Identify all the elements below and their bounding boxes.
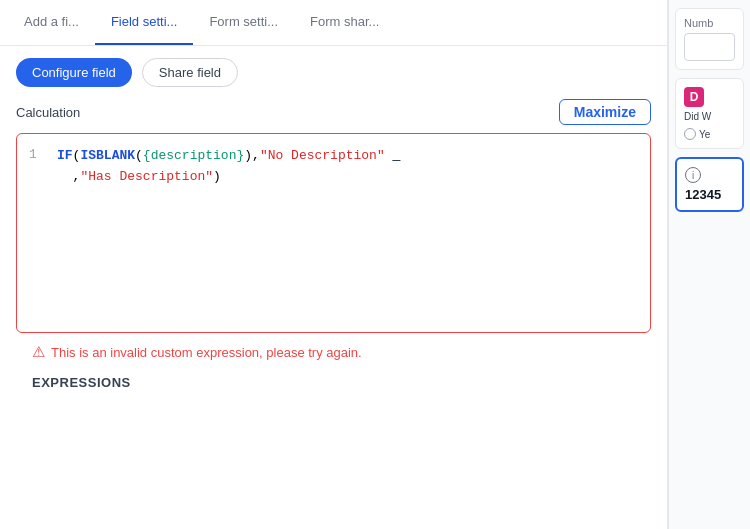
code-content: IF(ISBLANK({description}),"No Descriptio…	[57, 146, 638, 188]
d-badge: D	[684, 87, 704, 107]
error-icon: ⚠	[32, 343, 45, 361]
buttons-row: Configure field Share field	[0, 46, 667, 99]
configure-field-button[interactable]: Configure field	[16, 58, 132, 87]
radio-row: Ye	[684, 128, 735, 140]
code-line-1: 1 IF(ISBLANK({description}),"No Descript…	[29, 146, 638, 188]
info-icon: i	[685, 167, 701, 183]
calculation-section: Calculation Maximize 1 IF(ISBLANK({descr…	[0, 99, 667, 529]
tab-field-settings[interactable]: Field setti...	[95, 0, 193, 45]
tab-add-field[interactable]: Add a fi...	[8, 0, 95, 45]
share-field-button[interactable]: Share field	[142, 58, 238, 87]
number-value: 12345	[685, 187, 734, 202]
maximize-button[interactable]: Maximize	[559, 99, 651, 125]
radio-label: Ye	[699, 129, 710, 140]
d-card: D Did W Ye	[675, 78, 744, 149]
code-editor[interactable]: 1 IF(ISBLANK({description}),"No Descript…	[16, 133, 651, 333]
code-text-line1: IF(ISBLANK({description}),"No Descriptio…	[57, 148, 400, 163]
calc-header: Calculation Maximize	[16, 99, 651, 125]
line-number-1: 1	[29, 146, 45, 162]
error-message: ⚠ This is an invalid custom expression, …	[16, 333, 651, 371]
code-text-line2: ,"Has Description")	[57, 169, 221, 184]
calculation-label: Calculation	[16, 105, 80, 120]
expressions-label: EXPRESSIONS	[16, 371, 651, 398]
number-card: Numb	[675, 8, 744, 70]
info-number-card: i 12345	[675, 157, 744, 212]
tab-form-share[interactable]: Form shar...	[294, 0, 395, 45]
d-card-label: Did W	[684, 111, 735, 122]
tab-form-settings[interactable]: Form setti...	[193, 0, 294, 45]
radio-button[interactable]	[684, 128, 696, 140]
number-card-title: Numb	[684, 17, 735, 29]
number-input[interactable]	[684, 33, 735, 61]
main-panel: Add a fi... Field setti... Form setti...…	[0, 0, 668, 529]
error-text: This is an invalid custom expression, pl…	[51, 345, 362, 360]
right-panel: Numb D Did W Ye i 12345	[668, 0, 750, 529]
tab-bar: Add a fi... Field setti... Form setti...…	[0, 0, 667, 46]
